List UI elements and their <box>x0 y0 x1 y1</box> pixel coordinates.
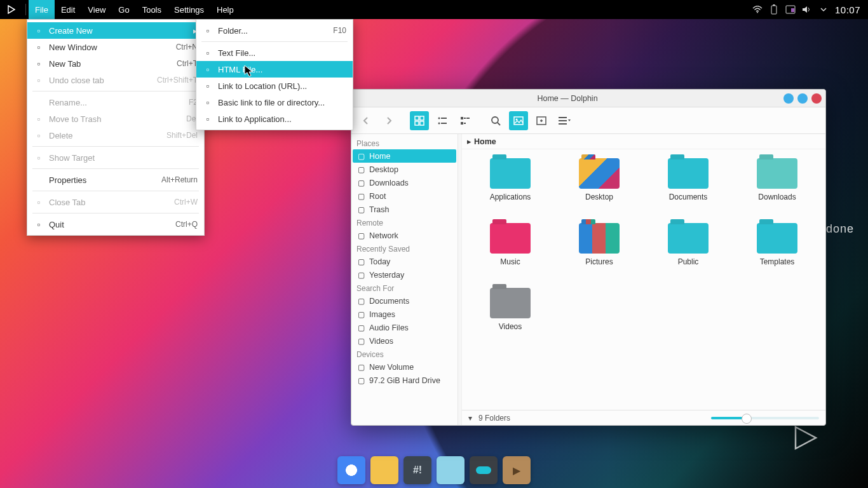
places-videos[interactable]: ▢Videos <box>351 334 458 348</box>
submenu-basic-link-to-file-or-directory-[interactable]: ▫Basic link to file or directory... <box>196 94 353 111</box>
folder-icon <box>757 158 797 189</box>
control-menu-button[interactable] <box>555 111 574 130</box>
svg-point-0 <box>757 12 758 13</box>
launcher-play-icon <box>7 5 16 14</box>
svg-rect-17 <box>464 123 466 124</box>
menu-help[interactable]: Help <box>210 0 240 19</box>
folder-music[interactable]: Music <box>466 223 555 288</box>
places-header-devices: Devices <box>351 348 458 360</box>
submenu-folder-[interactable]: ▫Folder...F10 <box>196 22 353 39</box>
submenu-html-file-[interactable]: ▫HTML File... <box>196 61 353 78</box>
places-home[interactable]: ▢Home <box>353 149 456 163</box>
view-icons-button[interactable] <box>410 111 429 130</box>
svg-point-11 <box>438 122 440 124</box>
nav-forward-button[interactable] <box>379 111 398 130</box>
svg-rect-15 <box>466 118 470 119</box>
file-menu-show-target: ▫Show Target <box>27 149 204 166</box>
svg-rect-4 <box>791 8 794 12</box>
dock-settings[interactable] <box>470 456 498 484</box>
dock-file-manager[interactable] <box>370 456 398 484</box>
menu-settings[interactable]: Settings <box>168 0 210 19</box>
top-panel: FileEditViewGoToolsSettingsHelp 10:07 <box>0 0 868 19</box>
dolphin-window: Home — Dolphin Places▢Home▢Desktop▢Downl… <box>351 89 826 426</box>
dock-text-editor[interactable] <box>437 456 465 484</box>
places-root[interactable]: ▢Root <box>351 189 458 203</box>
panel-clock[interactable]: 10:07 <box>835 4 860 15</box>
window-title: Home — Dolphin <box>355 94 780 103</box>
file-menu-close-tab: ▫Close TabCtrl+W <box>27 194 204 210</box>
file-menu-rename-: Rename...F2 <box>27 94 204 111</box>
places-network[interactable]: ▢Network <box>351 229 458 242</box>
folder-desktop[interactable]: Desktop <box>555 158 644 223</box>
clipboard-icon[interactable] <box>785 4 796 15</box>
folder-downloads[interactable]: Downloads <box>733 158 822 223</box>
file-menu-new-window[interactable]: ▫New WindowCtrl+N <box>27 39 204 55</box>
file-menu-new-tab[interactable]: ▫New TabCtrl+T <box>27 55 204 72</box>
places-97-2-gib-hard-drive[interactable]: ▢97.2 GiB Hard Drive <box>351 374 458 387</box>
view-details-button[interactable] <box>456 111 475 130</box>
folder-grid[interactable]: ApplicationsDesktopDocumentsDownloadsMus… <box>462 149 825 410</box>
places-desktop[interactable]: ▢Desktop <box>351 163 458 176</box>
folder-videos[interactable]: Videos <box>466 288 555 353</box>
places-audio-files[interactable]: ▢Audio Files <box>351 321 458 334</box>
folder-applications[interactable]: Applications <box>466 158 555 223</box>
preview-button[interactable] <box>509 111 528 130</box>
folder-icon <box>490 223 531 254</box>
menu-edit[interactable]: Edit <box>55 0 81 19</box>
window-maximize-button[interactable] <box>797 93 808 104</box>
window-minimize-button[interactable] <box>783 93 794 104</box>
places-header-remote: Remote <box>351 216 458 229</box>
search-button[interactable] <box>486 111 505 130</box>
folder-icon <box>490 158 531 189</box>
folder-icon <box>757 223 797 254</box>
places-images[interactable]: ▢Images <box>351 308 458 321</box>
folder-documents[interactable]: Documents <box>644 158 733 223</box>
places-yesterday[interactable]: ▢Yesterday <box>351 268 458 281</box>
places-downloads[interactable]: ▢Downloads <box>351 176 458 189</box>
folder-templates[interactable]: Templates <box>733 223 822 288</box>
places-today[interactable]: ▢Today <box>351 255 458 268</box>
volume-icon[interactable] <box>802 4 812 15</box>
submenu-text-file-[interactable]: ▫Text File... <box>196 44 353 61</box>
file-menu-create-new[interactable]: ▫Create New▸ <box>27 22 204 39</box>
chevron-down-icon[interactable] <box>818 4 829 15</box>
view-compact-button[interactable] <box>433 111 452 130</box>
submenu-link-to-location-url-[interactable]: ▫Link to Location (URL)... <box>196 78 353 94</box>
breadcrumb-bar[interactable]: ▸ Home <box>462 134 825 149</box>
breadcrumb-current[interactable]: Home <box>474 137 496 146</box>
status-bar: ▾ 9 Folders <box>462 410 825 425</box>
places-trash[interactable]: ▢Trash <box>351 203 458 216</box>
places-panel: Places▢Home▢Desktop▢Downloads▢Root▢Trash… <box>351 134 458 425</box>
submenu-link-to-application-[interactable]: ▫Link to Application... <box>196 111 353 127</box>
folder-pictures[interactable]: Pictures <box>555 223 644 288</box>
dock-media-player[interactable]: ▶ <box>503 456 531 484</box>
svg-rect-13 <box>461 117 463 119</box>
app-launcher[interactable] <box>0 5 23 14</box>
menu-file[interactable]: File <box>29 0 55 19</box>
zoom-slider[interactable] <box>711 417 819 419</box>
window-close-button[interactable] <box>811 93 822 104</box>
menu-go[interactable]: Go <box>112 0 135 19</box>
menu-tools[interactable]: Tools <box>136 0 168 19</box>
svg-rect-14 <box>464 118 466 119</box>
chevron-down-icon[interactable]: ▾ <box>468 414 472 423</box>
folder-icon <box>668 158 709 189</box>
menu-view[interactable]: View <box>81 0 112 19</box>
nav-back-button[interactable] <box>356 111 376 130</box>
places-new-volume[interactable]: ▢New Volume <box>351 360 458 374</box>
file-menu-quit[interactable]: ▫QuitCtrl+Q <box>27 216 204 233</box>
folder-icon <box>668 223 709 254</box>
wifi-icon[interactable] <box>752 4 763 15</box>
system-tray: 10:07 <box>752 4 868 15</box>
file-menu-properties[interactable]: PropertiesAlt+Return <box>27 172 204 188</box>
global-menu-bar: FileEditViewGoToolsSettingsHelp <box>29 0 240 19</box>
battery-icon[interactable] <box>769 4 779 15</box>
window-titlebar[interactable]: Home — Dolphin <box>351 90 825 107</box>
dock-chromium[interactable] <box>337 456 365 484</box>
file-menu-delete: ▫DeleteShift+Del <box>27 127 204 144</box>
places-header-search-for: Search For <box>351 281 458 294</box>
folder-public[interactable]: Public <box>644 223 733 288</box>
split-view-button[interactable] <box>532 111 551 130</box>
dock-terminal[interactable]: #! <box>403 456 431 484</box>
places-documents[interactable]: ▢Documents <box>351 294 458 308</box>
